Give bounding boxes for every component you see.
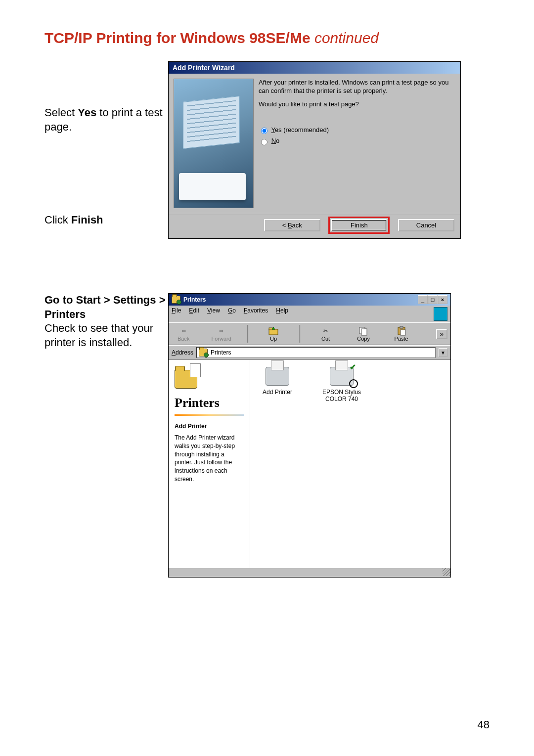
scissors-icon: ✂ <box>320 326 331 336</box>
arrow-right-icon: ➡ <box>216 326 227 336</box>
wizard-titlebar: Add Printer Wizard <box>169 62 460 74</box>
page-heading: TCP/IP Printing for Windows 98SE/Me cont… <box>44 30 499 46</box>
folder-icon <box>172 296 180 304</box>
left-subheading: Add Printer <box>175 423 244 430</box>
menu-favorites[interactable]: Favorites <box>244 307 268 321</box>
left-description: The Add Printer wizard walks you step-by… <box>175 434 244 484</box>
folder-icon <box>199 349 208 356</box>
radio-yes[interactable]: Yes (recommended) <box>259 126 455 134</box>
svg-rect-3 <box>361 329 367 335</box>
toolbar: ⬅ Back ➡ Forward Up ✂ Cut <box>169 322 450 345</box>
toolbar-paste[interactable]: Paste <box>389 326 413 342</box>
menubar: File Edit View Go Favorites Help <box>169 306 450 322</box>
installed-printer-item[interactable]: ✔ EPSON StylusCOLOR 740 <box>319 367 364 402</box>
toolbar-more[interactable]: » <box>436 329 447 339</box>
svg-rect-5 <box>400 326 403 328</box>
printers-folder-window: Printers _ □ × File Edit View Go Favorit… <box>168 293 451 578</box>
copy-icon <box>358 326 369 336</box>
minimize-button[interactable]: _ <box>418 295 428 304</box>
printer-icon: ✔ <box>330 367 354 386</box>
resize-grip-icon[interactable] <box>443 568 450 576</box>
statusbar <box>169 568 450 577</box>
maximize-button[interactable]: □ <box>428 295 438 304</box>
app-icon <box>434 307 447 321</box>
page-number: 48 <box>478 718 490 731</box>
window-title: Printers <box>183 296 206 303</box>
paste-icon <box>396 326 407 336</box>
toolbar-up[interactable]: Up <box>262 326 285 342</box>
toolbar-cut[interactable]: ✂ Cut <box>313 326 337 342</box>
radio-no-input[interactable] <box>261 139 267 145</box>
left-heading: Printers <box>175 396 244 410</box>
checkmark-icon: ✔ <box>350 362 356 372</box>
address-dropdown-icon[interactable]: ▼ <box>439 348 447 357</box>
radio-yes-input[interactable] <box>261 128 267 134</box>
menu-go[interactable]: Go <box>228 307 236 321</box>
menu-edit[interactable]: Edit <box>189 307 199 321</box>
folder-up-icon <box>268 326 279 336</box>
close-button[interactable]: × <box>438 295 447 304</box>
add-printer-wizard-window: Add Printer Wizard After your printer is… <box>168 61 461 239</box>
network-icon <box>349 379 358 388</box>
menu-help[interactable]: Help <box>276 307 288 321</box>
menu-file[interactable]: File <box>172 307 181 321</box>
toolbar-forward[interactable]: ➡ Forward <box>209 326 233 342</box>
cancel-button[interactable]: Cancel <box>398 219 454 231</box>
wizard-body-text-2: Would you like to print a test page? <box>259 100 455 109</box>
svg-rect-0 <box>269 329 278 335</box>
arrow-left-icon: ⬅ <box>178 326 189 336</box>
wizard-body-text-1: After your printer is installed, Windows… <box>259 79 455 95</box>
divider <box>175 414 244 416</box>
instruction-block-2: Go to Start > Settings > Printers Check … <box>44 293 168 350</box>
printer-icon <box>266 367 289 386</box>
finish-button[interactable]: Finish <box>331 219 387 231</box>
address-label: Address <box>172 349 193 356</box>
radio-no[interactable]: No <box>259 137 455 145</box>
big-folder-icon <box>175 370 197 389</box>
toolbar-copy[interactable]: Copy <box>352 326 375 342</box>
instruction-block-1: Select Yes to print a test page. Click F… <box>44 61 168 227</box>
address-field[interactable]: Printers <box>196 347 436 358</box>
explorer-content: Add Printer ✔ EPSON StylusCOLOR 740 <box>250 360 450 568</box>
explorer-left-pane: Printers Add Printer The Add Printer wiz… <box>169 360 250 568</box>
add-printer-item[interactable]: Add Printer <box>255 367 300 396</box>
menu-view[interactable]: View <box>207 307 220 321</box>
svg-rect-6 <box>400 330 405 335</box>
toolbar-back[interactable]: ⬅ Back <box>172 326 195 342</box>
wizard-illustration <box>174 79 254 208</box>
back-button[interactable]: < Back <box>264 219 320 231</box>
